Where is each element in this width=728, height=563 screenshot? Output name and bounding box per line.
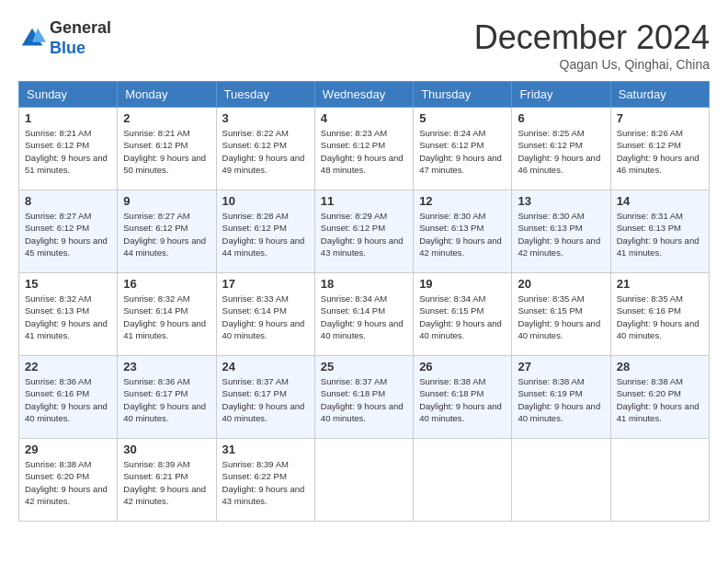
day-info: Sunrise: 8:27 AMSunset: 6:12 PMDaylight:… xyxy=(123,210,210,259)
day-number: 16 xyxy=(123,277,210,291)
day-number: 29 xyxy=(25,442,111,456)
day-info: Sunrise: 8:39 AMSunset: 6:22 PMDaylight:… xyxy=(222,458,309,507)
day-info: Sunrise: 8:32 AMSunset: 6:13 PMDaylight:… xyxy=(25,293,111,341)
logo-general: General xyxy=(50,18,111,39)
calendar-cell: 29Sunrise: 8:38 AMSunset: 6:20 PMDayligh… xyxy=(19,439,118,522)
day-number: 11 xyxy=(321,194,407,208)
day-info: Sunrise: 8:23 AMSunset: 6:12 PMDaylight:… xyxy=(321,127,407,176)
day-info: Sunrise: 8:36 AMSunset: 6:17 PMDaylight:… xyxy=(123,375,210,424)
calendar-cell: 10Sunrise: 8:28 AMSunset: 6:12 PMDayligh… xyxy=(216,190,314,273)
day-info: Sunrise: 8:38 AMSunset: 6:20 PMDaylight:… xyxy=(617,375,703,424)
day-info: Sunrise: 8:34 AMSunset: 6:15 PMDaylight:… xyxy=(419,293,506,341)
weekday-header: Sunday xyxy=(19,82,118,108)
calendar-cell: 1Sunrise: 8:21 AMSunset: 6:12 PMDaylight… xyxy=(19,108,118,190)
calendar-cell: 24Sunrise: 8:37 AMSunset: 6:17 PMDayligh… xyxy=(216,356,314,439)
weekday-header: Monday xyxy=(118,82,216,108)
day-info: Sunrise: 8:35 AMSunset: 6:15 PMDaylight:… xyxy=(518,293,604,341)
calendar-header-row: SundayMondayTuesdayWednesdayThursdayFrid… xyxy=(19,82,710,108)
calendar-cell: 17Sunrise: 8:33 AMSunset: 6:14 PMDayligh… xyxy=(216,273,314,356)
calendar-cell: 22Sunrise: 8:36 AMSunset: 6:16 PMDayligh… xyxy=(19,356,118,439)
day-number: 1 xyxy=(25,111,111,125)
calendar-cell: 8Sunrise: 8:27 AMSunset: 6:12 PMDaylight… xyxy=(19,190,118,273)
day-info: Sunrise: 8:26 AMSunset: 6:12 PMDaylight:… xyxy=(617,127,703,176)
calendar-cell: 13Sunrise: 8:30 AMSunset: 6:13 PMDayligh… xyxy=(512,190,610,273)
day-number: 23 xyxy=(123,360,210,373)
calendar-cell: 15Sunrise: 8:32 AMSunset: 6:13 PMDayligh… xyxy=(19,273,118,356)
day-number: 17 xyxy=(222,277,309,291)
day-info: Sunrise: 8:37 AMSunset: 6:18 PMDaylight:… xyxy=(321,375,407,424)
calendar-cell xyxy=(610,439,709,522)
logo: General Blue xyxy=(18,18,111,58)
day-number: 14 xyxy=(617,194,703,208)
logo-blue: Blue xyxy=(50,39,111,59)
day-number: 13 xyxy=(518,194,604,208)
day-number: 27 xyxy=(518,360,604,373)
day-number: 28 xyxy=(617,360,703,373)
calendar-cell: 31Sunrise: 8:39 AMSunset: 6:22 PMDayligh… xyxy=(216,439,314,522)
calendar-cell xyxy=(314,439,413,522)
day-number: 30 xyxy=(123,442,210,456)
day-info: Sunrise: 8:27 AMSunset: 6:12 PMDaylight:… xyxy=(25,210,111,259)
calendar-cell: 4Sunrise: 8:23 AMSunset: 6:12 PMDaylight… xyxy=(314,108,413,190)
logo-icon xyxy=(18,25,46,52)
day-number: 15 xyxy=(25,277,111,291)
day-number: 26 xyxy=(419,360,506,373)
weekday-header: Friday xyxy=(512,82,610,108)
calendar-cell: 21Sunrise: 8:35 AMSunset: 6:16 PMDayligh… xyxy=(610,273,709,356)
calendar-cell: 28Sunrise: 8:38 AMSunset: 6:20 PMDayligh… xyxy=(610,356,709,439)
day-info: Sunrise: 8:31 AMSunset: 6:13 PMDaylight:… xyxy=(617,210,703,259)
day-info: Sunrise: 8:36 AMSunset: 6:16 PMDaylight:… xyxy=(25,375,111,424)
day-number: 9 xyxy=(123,194,210,208)
day-info: Sunrise: 8:24 AMSunset: 6:12 PMDaylight:… xyxy=(419,127,506,176)
title-area: December 2024 Qagan Us, Qinghai, China xyxy=(474,18,710,72)
weekday-header: Thursday xyxy=(414,82,512,108)
day-info: Sunrise: 8:30 AMSunset: 6:13 PMDaylight:… xyxy=(518,210,604,259)
day-info: Sunrise: 8:25 AMSunset: 6:12 PMDaylight:… xyxy=(518,127,604,176)
calendar-cell: 14Sunrise: 8:31 AMSunset: 6:13 PMDayligh… xyxy=(610,190,709,273)
day-number: 21 xyxy=(617,277,703,291)
day-number: 5 xyxy=(419,111,506,125)
day-info: Sunrise: 8:37 AMSunset: 6:17 PMDaylight:… xyxy=(222,375,309,424)
calendar-cell: 20Sunrise: 8:35 AMSunset: 6:15 PMDayligh… xyxy=(512,273,610,356)
calendar-week-row: 8Sunrise: 8:27 AMSunset: 6:12 PMDaylight… xyxy=(19,190,710,273)
calendar-cell: 23Sunrise: 8:36 AMSunset: 6:17 PMDayligh… xyxy=(118,356,216,439)
calendar-table: SundayMondayTuesdayWednesdayThursdayFrid… xyxy=(18,81,710,522)
day-number: 18 xyxy=(321,277,407,291)
day-number: 31 xyxy=(222,442,309,456)
calendar-cell: 16Sunrise: 8:32 AMSunset: 6:14 PMDayligh… xyxy=(118,273,216,356)
page-header: General Blue December 2024 Qagan Us, Qin… xyxy=(18,18,710,72)
day-number: 19 xyxy=(419,277,506,291)
calendar-cell: 27Sunrise: 8:38 AMSunset: 6:19 PMDayligh… xyxy=(512,356,610,439)
calendar-cell: 3Sunrise: 8:22 AMSunset: 6:12 PMDaylight… xyxy=(216,108,314,190)
day-info: Sunrise: 8:38 AMSunset: 6:20 PMDaylight:… xyxy=(25,458,111,507)
calendar-cell: 26Sunrise: 8:38 AMSunset: 6:18 PMDayligh… xyxy=(414,356,512,439)
calendar-cell: 6Sunrise: 8:25 AMSunset: 6:12 PMDaylight… xyxy=(512,108,610,190)
calendar-cell: 18Sunrise: 8:34 AMSunset: 6:14 PMDayligh… xyxy=(314,273,413,356)
day-number: 6 xyxy=(518,111,604,125)
calendar-cell: 11Sunrise: 8:29 AMSunset: 6:12 PMDayligh… xyxy=(314,190,413,273)
calendar-week-row: 29Sunrise: 8:38 AMSunset: 6:20 PMDayligh… xyxy=(19,439,710,522)
calendar-cell: 7Sunrise: 8:26 AMSunset: 6:12 PMDaylight… xyxy=(610,108,709,190)
day-info: Sunrise: 8:35 AMSunset: 6:16 PMDaylight:… xyxy=(617,293,703,341)
day-info: Sunrise: 8:21 AMSunset: 6:12 PMDaylight:… xyxy=(25,127,111,176)
day-info: Sunrise: 8:39 AMSunset: 6:21 PMDaylight:… xyxy=(123,458,210,507)
calendar-cell: 30Sunrise: 8:39 AMSunset: 6:21 PMDayligh… xyxy=(118,439,216,522)
day-info: Sunrise: 8:38 AMSunset: 6:18 PMDaylight:… xyxy=(419,375,506,424)
weekday-header: Tuesday xyxy=(216,82,314,108)
day-number: 3 xyxy=(222,111,309,125)
day-number: 20 xyxy=(518,277,604,291)
day-number: 4 xyxy=(321,111,407,125)
calendar-cell: 25Sunrise: 8:37 AMSunset: 6:18 PMDayligh… xyxy=(314,356,413,439)
day-info: Sunrise: 8:34 AMSunset: 6:14 PMDaylight:… xyxy=(321,293,407,341)
calendar-cell: 12Sunrise: 8:30 AMSunset: 6:13 PMDayligh… xyxy=(414,190,512,273)
calendar-week-row: 15Sunrise: 8:32 AMSunset: 6:13 PMDayligh… xyxy=(19,273,710,356)
calendar-cell: 19Sunrise: 8:34 AMSunset: 6:15 PMDayligh… xyxy=(414,273,512,356)
day-info: Sunrise: 8:32 AMSunset: 6:14 PMDaylight:… xyxy=(123,293,210,341)
day-number: 24 xyxy=(222,360,309,373)
day-info: Sunrise: 8:21 AMSunset: 6:12 PMDaylight:… xyxy=(123,127,210,176)
day-info: Sunrise: 8:28 AMSunset: 6:12 PMDaylight:… xyxy=(222,210,309,259)
weekday-header: Wednesday xyxy=(314,82,413,108)
calendar-cell: 5Sunrise: 8:24 AMSunset: 6:12 PMDaylight… xyxy=(414,108,512,190)
calendar-cell: 2Sunrise: 8:21 AMSunset: 6:12 PMDaylight… xyxy=(118,108,216,190)
weekday-header: Saturday xyxy=(610,82,709,108)
